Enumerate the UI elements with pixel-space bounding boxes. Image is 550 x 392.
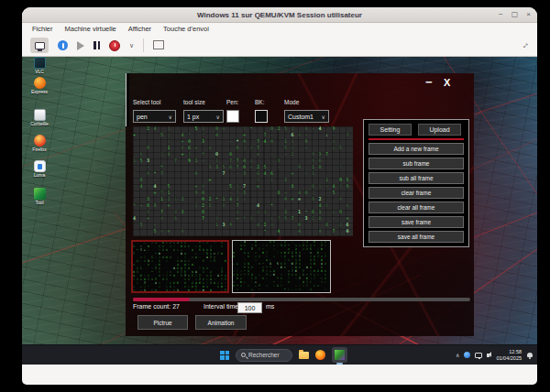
- sub-all-frame-button[interactable]: sub all frame: [368, 172, 464, 184]
- menu-item-fichier[interactable]: Fichier: [32, 25, 53, 33]
- desktop-icon-label: Luma: [24, 173, 55, 179]
- minimize-icon[interactable]: −: [499, 11, 503, 18]
- pixel-app-icon: [335, 350, 345, 360]
- desktop-icon-luma-app[interactable]: Luma: [24, 160, 55, 179]
- play-icon[interactable]: [77, 41, 84, 50]
- desktop-icon-label: Corbeille: [24, 122, 55, 127]
- bk-color-label: BK:: [255, 99, 264, 105]
- desktop-icon-convert-tool[interactable]: Tool: [24, 188, 55, 206]
- drawing-canvas[interactable]: +17*46584+5293·9*388+4*·4=3=551*77174=1:…: [133, 126, 353, 236]
- desktop-icon-label: Express: [24, 90, 55, 95]
- desktop-icon-label: Tool: [24, 201, 55, 206]
- app-minimize-button[interactable]: −: [425, 76, 433, 88]
- tool-size-dropdown[interactable]: 1 px ∨: [183, 110, 224, 123]
- save-frame-button[interactable]: save frame: [368, 216, 464, 228]
- shutdown-icon[interactable]: [109, 40, 120, 51]
- interval-unit: ms: [266, 303, 274, 310]
- fullscreen-icon[interactable]: ↔: [518, 38, 532, 51]
- frame-thumbnail-selected[interactable]: 979943+2*1259::70:501+4++5=·397218238·01…: [131, 240, 229, 293]
- tool-select-dropdown[interactable]: pen ∨: [133, 110, 176, 123]
- notification-bell-icon[interactable]: [527, 353, 533, 357]
- frame-thumbnail-partial[interactable]: [126, 73, 129, 126]
- animation-mode-button[interactable]: Animation: [195, 315, 247, 330]
- sub-frame-button[interactable]: sub frame: [368, 158, 464, 169]
- add-a-new-frame-button[interactable]: Add a new frame: [368, 143, 464, 155]
- save-all-frame-button[interactable]: save all frame: [368, 231, 464, 243]
- tool-size-value: 1 px: [187, 114, 199, 120]
- desktop-icon-label: VLC: [24, 70, 55, 75]
- firefox-icon: [34, 135, 46, 147]
- picture-mode-button[interactable]: Pictrue: [138, 315, 188, 330]
- frames-scrollbar[interactable]: [133, 298, 470, 301]
- clear-all-frame-button[interactable]: clear all frame: [368, 201, 464, 213]
- express-icon: [34, 77, 46, 89]
- vm-toolbar: ∨ ↔: [22, 35, 537, 57]
- media-app-icon: [34, 57, 46, 69]
- window-title: Windows 11 sur QEMU/KVM Session utilisat…: [197, 11, 362, 19]
- panel-red-divider: [368, 138, 464, 140]
- tab-upload[interactable]: Upload: [418, 124, 461, 136]
- monitor-icon: [35, 42, 45, 49]
- chevron-down-icon: ∨: [322, 114, 325, 120]
- tray-chevron-up-icon[interactable]: ∧: [456, 352, 459, 358]
- screenshot-icon[interactable]: [155, 42, 164, 49]
- interval-label: Interval time:: [204, 303, 240, 310]
- file-explorer-icon[interactable]: [299, 352, 309, 359]
- mode-label: Mode: [284, 99, 299, 105]
- desktop-icon-corbeille[interactable]: Corbeille: [24, 109, 55, 127]
- toolbar-separator: [143, 38, 144, 52]
- frame-count-value: 27: [172, 303, 180, 310]
- pen-color-swatch[interactable]: [226, 110, 239, 123]
- pixel-app-taskbar-icon-active[interactable]: [332, 347, 347, 363]
- qemu-vm-window: Windows 11 sur QEMU/KVM Session utilisat…: [22, 7, 537, 385]
- clock-time: 12:58: [496, 349, 522, 355]
- tab-setting[interactable]: Setting: [368, 124, 412, 136]
- vm-running-state-icon[interactable]: [58, 40, 68, 50]
- app-close-button[interactable]: X: [444, 78, 450, 88]
- tool-select-value: pen: [137, 114, 148, 120]
- settings-panel: Setting Upload Add a new framesub frames…: [363, 119, 469, 247]
- clock-date: 01/04/2025: [496, 355, 522, 362]
- clear-frame-button[interactable]: clear frame: [368, 187, 464, 199]
- taskbar-clock[interactable]: 12:58 01/04/2025: [496, 349, 522, 362]
- windows-start-button[interactable]: [220, 351, 229, 360]
- menu-item-touche-d-envoi[interactable]: Touche d'envoi: [163, 25, 209, 33]
- convert-tool-icon: [34, 188, 46, 200]
- maximize-icon[interactable]: ▢: [512, 11, 519, 18]
- titlebar[interactable]: Windows 11 sur QEMU/KVM Session utilisat…: [22, 7, 537, 23]
- pen-color-label: Pen:: [226, 99, 238, 105]
- menubar: FichierMachine virtuelleAfficherTouche d…: [22, 23, 537, 35]
- chevron-down-icon: ∨: [216, 114, 220, 120]
- close-icon[interactable]: ×: [526, 11, 531, 18]
- desktop-icon-media-app[interactable]: VLC: [24, 57, 55, 75]
- frame-count: Frame count: 27: [133, 303, 180, 310]
- mode-value: Custom1: [288, 114, 314, 120]
- search-icon: [241, 353, 246, 357]
- windows-taskbar: Rechercher ∧ 12:58 01/04/2025: [22, 344, 537, 365]
- desktop-icon-firefox[interactable]: Firefox: [24, 135, 55, 153]
- desktop-icon-label: Firefox: [24, 147, 55, 153]
- bk-color-swatch[interactable]: [255, 110, 268, 123]
- panel-buttons: Add a new framesub framesub all framecle…: [368, 143, 464, 243]
- frame-count-label: Frame count:: [133, 303, 170, 310]
- taskbar-search[interactable]: Rechercher: [236, 349, 292, 362]
- menu-item-machine-virtuelle[interactable]: Machine virtuelle: [65, 25, 116, 33]
- desktop-icon-express[interactable]: Express: [24, 77, 55, 95]
- volume-icon[interactable]: [487, 354, 490, 357]
- search-placeholder: Rechercher: [248, 352, 280, 358]
- menu-item-afficher[interactable]: Afficher: [128, 25, 151, 33]
- mode-dropdown[interactable]: Custom1 ∨: [284, 110, 329, 123]
- pixel-animation-app-window: − X Select tool tool size Pen: BK: Mode …: [126, 73, 474, 336]
- frames-scrollbar-thumb[interactable]: [133, 298, 190, 301]
- pause-icon[interactable]: [94, 41, 100, 49]
- chevron-down-icon: ∨: [169, 114, 172, 120]
- select-tool-label: Select tool: [133, 99, 160, 105]
- interval-input[interactable]: 100: [237, 302, 262, 313]
- tray-app-icon[interactable]: [464, 352, 470, 358]
- chevron-down-icon[interactable]: ∨: [129, 42, 134, 49]
- frame-thumbnail[interactable]: 06+=6:2·+793*104449+0=4=2174***·++83347·…: [232, 240, 331, 293]
- network-icon[interactable]: [475, 353, 482, 358]
- display-console-button[interactable]: [30, 38, 49, 53]
- corbeille-icon: [34, 109, 46, 121]
- firefox-icon[interactable]: [315, 350, 325, 360]
